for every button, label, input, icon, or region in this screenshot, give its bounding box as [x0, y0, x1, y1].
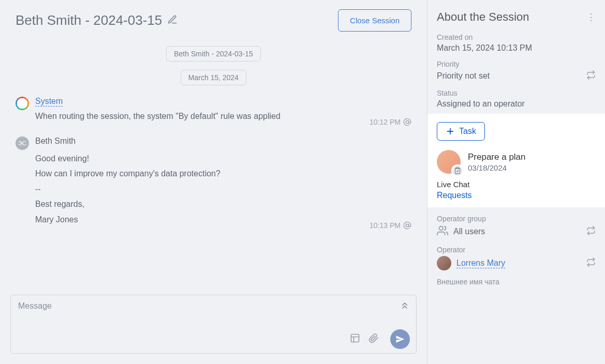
svg-rect-7	[456, 168, 459, 169]
user-avatar-icon: ЭС	[16, 136, 29, 150]
composer-toolbar	[11, 326, 416, 353]
created-value: March 15, 2024 10:13 PM	[437, 43, 596, 53]
operator-group-section: Operator group All users	[427, 209, 605, 240]
operator-group-label: Operator group	[437, 215, 596, 223]
sidebar-title: About the Session	[437, 10, 529, 24]
attachment-icon[interactable]	[368, 333, 379, 345]
thread-chip-row: Beth Smith - 2024-03-15	[16, 46, 411, 62]
chat-body: Beth Smith - 2024-03-15 March 15, 2024 S…	[0, 37, 427, 295]
message: System When routing the session, the sys…	[16, 94, 411, 133]
requests-link[interactable]: Requests	[437, 191, 472, 200]
chat-panel: Beth Smith - 2024-03-15 Close Session Be…	[0, 0, 427, 364]
live-chat-label: Live Chat	[437, 180, 596, 189]
at-icon	[403, 118, 411, 126]
session-title: Beth Smith - 2024-03-15	[16, 12, 162, 28]
composer	[10, 295, 417, 354]
sender-name: Beth Smith	[35, 136, 411, 146]
swap-icon[interactable]	[586, 257, 596, 269]
external-name-section: Внешнее имя чата	[427, 272, 605, 290]
add-task-button[interactable]: Task	[437, 122, 485, 141]
operator-group-value[interactable]: All users	[453, 227, 485, 236]
close-session-button[interactable]: Close Session	[338, 9, 411, 32]
chat-header: Beth Smith - 2024-03-15 Close Session	[0, 0, 427, 37]
send-button[interactable]	[390, 329, 410, 349]
session-sidebar: About the Session ⋮ Created on March 15,…	[427, 0, 605, 364]
status-value: Assigned to an operator	[437, 99, 596, 109]
priority-section: Priority Priority not set	[427, 55, 605, 84]
svg-point-8	[439, 226, 443, 230]
operator-label: Operator	[437, 246, 596, 254]
expand-composer-icon[interactable]	[400, 300, 410, 313]
created-section: Created on March 15, 2024 10:13 PM	[427, 28, 605, 55]
external-name-label: Внешнее имя чата	[437, 278, 596, 286]
message-input[interactable]	[11, 295, 416, 326]
svg-point-0	[406, 120, 408, 123]
message-content: Beth Smith Good evening! How can I impro…	[35, 136, 411, 228]
template-icon[interactable]	[350, 333, 360, 345]
task-section: Task Prepare a plan 03/18/2024 Live Chat…	[427, 114, 605, 207]
task-assignee-avatar	[437, 150, 461, 174]
pencil-icon[interactable]	[167, 12, 178, 28]
system-avatar-icon	[16, 97, 29, 110]
task-date: 03/18/2024	[468, 163, 526, 172]
timestamp-text: 10:13 PM	[370, 221, 401, 230]
sender-link[interactable]: System	[35, 97, 63, 107]
svg-point-1	[406, 224, 408, 226]
message-timestamp: 10:13 PM	[370, 221, 411, 230]
add-task-label: Task	[459, 127, 476, 136]
session-title-wrap: Beth Smith - 2024-03-15	[16, 12, 178, 28]
message-content: System When routing the session, the sys…	[35, 97, 411, 124]
svg-rect-2	[351, 335, 359, 342]
created-label: Created on	[437, 33, 596, 41]
sidebar-header: About the Session ⋮	[427, 0, 605, 28]
swap-icon[interactable]	[586, 70, 596, 82]
composer-area	[0, 295, 427, 364]
users-icon	[437, 225, 448, 238]
operator-name-link[interactable]: Lorrens Mary	[456, 259, 505, 268]
date-chip: March 15, 2024	[181, 70, 246, 85]
task-title: Prepare a plan	[468, 152, 526, 162]
message-text: Good evening! How can I improve my compa…	[35, 151, 411, 228]
priority-value[interactable]: Priority not set	[437, 71, 490, 81]
kebab-menu-icon[interactable]: ⋮	[586, 12, 596, 22]
message-timestamp: 10:12 PM	[370, 118, 411, 126]
swap-icon[interactable]	[586, 226, 596, 237]
message-text: When routing the session, the system "By…	[35, 109, 411, 124]
at-icon	[403, 221, 411, 230]
date-chip-row: March 15, 2024	[16, 70, 411, 85]
task-item[interactable]: Prepare a plan 03/18/2024	[437, 150, 596, 174]
clipboard-icon	[451, 164, 464, 177]
task-info: Prepare a plan 03/18/2024	[468, 152, 526, 172]
operator-section: Operator Lorrens Mary	[427, 240, 605, 272]
operator-avatar	[437, 256, 451, 270]
status-section: Status Assigned to an operator	[427, 84, 605, 111]
priority-label: Priority	[437, 60, 596, 68]
thread-chip: Beth Smith - 2024-03-15	[166, 46, 261, 62]
message: ЭС Beth Smith Good evening! How can I im…	[16, 133, 411, 237]
status-label: Status	[437, 89, 596, 97]
timestamp-text: 10:12 PM	[370, 118, 401, 126]
